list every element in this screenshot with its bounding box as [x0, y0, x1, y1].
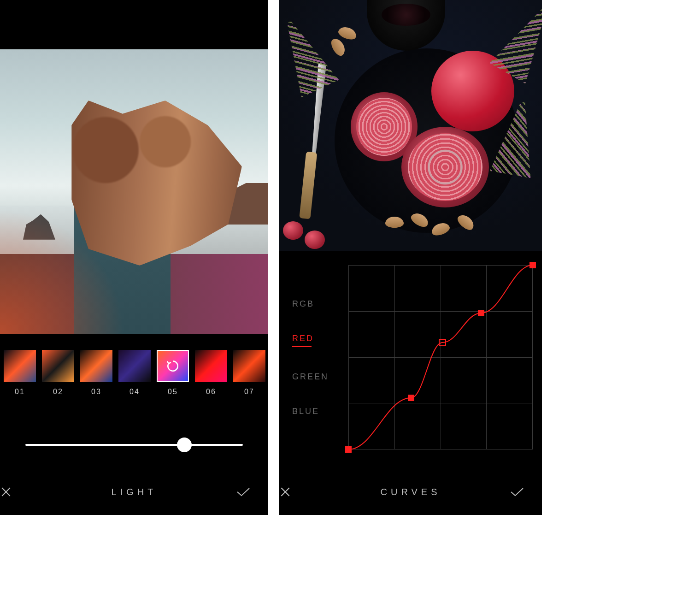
confirm-button[interactable] — [236, 486, 268, 498]
photo-preview — [279, 0, 542, 251]
intensity-slider[interactable] — [25, 436, 243, 454]
editor-screen-curves: RGBREDGREENBLUE CURVES — [279, 0, 542, 515]
curve-point[interactable] — [439, 339, 446, 346]
close-icon — [279, 486, 291, 498]
editor-screen-light: 01020304050607 LIGHT — [0, 0, 268, 515]
curves-panel: RGBREDGREENBLUE — [279, 256, 542, 486]
filter-label: 01 — [4, 388, 36, 396]
filter-thumb-05[interactable]: 05 — [157, 350, 189, 396]
cancel-button[interactable] — [0, 486, 32, 498]
preview-almond — [385, 217, 404, 228]
check-icon — [510, 486, 524, 498]
filter-thumb-01[interactable]: 01 — [4, 350, 36, 396]
filter-swatch — [80, 350, 112, 382]
channel-blue[interactable]: BLUE — [292, 407, 329, 416]
slider-track — [25, 444, 243, 446]
filter-thumb-06[interactable]: 06 — [195, 350, 227, 396]
slider-thumb[interactable] — [177, 438, 192, 452]
filter-thumb-07[interactable]: 07 — [233, 350, 265, 396]
cancel-button[interactable] — [279, 486, 312, 498]
reset-icon — [157, 350, 189, 382]
tool-title: CURVES — [381, 487, 441, 497]
curve-line — [348, 265, 533, 449]
check-icon — [236, 486, 251, 498]
bottom-bar: LIGHT — [0, 478, 268, 506]
close-icon — [0, 486, 12, 498]
curve-point[interactable] — [478, 310, 484, 316]
filter-thumb-02[interactable]: 02 — [42, 350, 74, 396]
filter-label: 05 — [157, 388, 189, 396]
filter-label: 07 — [233, 388, 265, 396]
curve-point[interactable] — [408, 395, 414, 401]
preview-bowl — [367, 0, 445, 51]
photo-preview — [0, 49, 268, 334]
curve-point[interactable] — [529, 262, 536, 268]
filter-label: 04 — [118, 388, 151, 396]
filter-label: 03 — [80, 388, 112, 396]
curve-point[interactable] — [345, 446, 352, 453]
preview-pomegranate-half — [401, 127, 489, 207]
filter-thumb-04[interactable]: 04 — [118, 350, 151, 396]
preview-almond — [329, 36, 348, 58]
channel-green[interactable]: GREEN — [292, 372, 329, 382]
filter-label: 02 — [42, 388, 74, 396]
filter-label: 06 — [195, 388, 227, 396]
confirm-button[interactable] — [510, 486, 542, 498]
filter-swatch — [4, 350, 36, 382]
preview-berry — [283, 221, 303, 240]
channel-rgb[interactable]: RGB — [292, 299, 329, 309]
preview-berry — [305, 231, 325, 249]
curves-grid[interactable] — [348, 265, 533, 449]
tool-title: LIGHT — [112, 487, 157, 497]
filter-swatch — [233, 350, 265, 382]
filter-swatch — [118, 350, 151, 382]
bottom-bar: CURVES — [279, 478, 542, 506]
preview-almond — [337, 25, 358, 41]
filter-swatch — [157, 350, 189, 382]
channel-red[interactable]: RED — [292, 334, 329, 347]
channel-list: RGBREDGREENBLUE — [292, 274, 329, 441]
preview-lightleak — [0, 177, 161, 334]
filter-swatch — [195, 350, 227, 382]
preview-flower — [279, 13, 339, 97]
filter-strip[interactable]: 01020304050607 — [0, 350, 268, 405]
filter-thumb-03[interactable]: 03 — [80, 350, 112, 396]
filter-swatch — [42, 350, 74, 382]
